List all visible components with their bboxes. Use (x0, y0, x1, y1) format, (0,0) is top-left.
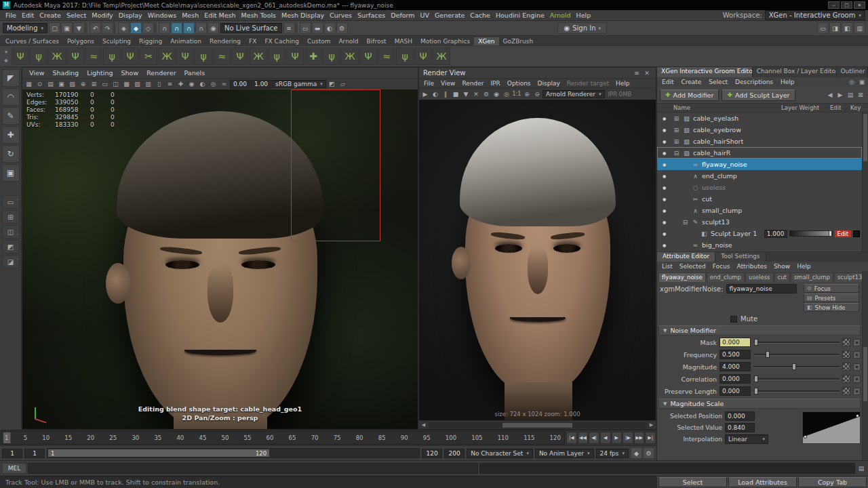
shelf-tab[interactable]: FX (245, 37, 260, 45)
list-view-icon[interactable]: ▤ (846, 90, 855, 100)
range-slider[interactable]: 1120 (47, 448, 420, 458)
pin-panel-icon[interactable]: ◎ (847, 77, 856, 87)
character-set-selector[interactable]: No Character Set ▾ (467, 449, 533, 458)
texture-map-button[interactable] (842, 375, 850, 383)
select-camera-icon[interactable]: ▦ (24, 79, 34, 89)
xgen-shelf-tool-icon[interactable]: ψ (103, 47, 121, 65)
hypershade-persp-layout-icon[interactable]: ◪ (2, 255, 20, 268)
select-by-component-icon[interactable]: ◇ (142, 22, 154, 34)
dock-panel-icon[interactable]: ▣ (857, 77, 867, 87)
visibility-toggle[interactable]: ● (660, 150, 669, 155)
tree-row[interactable]: ● ⊟ ✎ sculpt13 (657, 216, 862, 228)
redo-icon[interactable]: ↷ (102, 22, 113, 34)
visibility-toggle[interactable]: ● (660, 116, 669, 121)
occlusion-icon[interactable]: ◎ (208, 79, 218, 89)
node-tab[interactable]: flyaway_noise (658, 272, 706, 282)
tree-row[interactable]: ● ∧ end_clump (657, 170, 862, 182)
expander-icon[interactable]: ⊞ (673, 115, 680, 122)
interpolation-selector[interactable]: Linear ▾ (725, 434, 768, 444)
menu-item[interactable]: File (3, 11, 19, 20)
menu-item[interactable]: Edit Mesh (201, 11, 238, 20)
layer-weight-slider[interactable] (789, 230, 833, 237)
scrollbar-thumb[interactable] (502, 423, 572, 428)
magnitude-scale-ramp[interactable] (802, 411, 861, 444)
node-tab[interactable]: cut (774, 272, 790, 282)
camera-attributes-icon[interactable]: ▤ (45, 79, 56, 89)
command-result-field[interactable] (479, 463, 855, 474)
menu-item[interactable]: Modify (89, 11, 115, 20)
render-view-hscrollbar[interactable]: ◀ ▶ (419, 420, 656, 429)
lighting-icon[interactable]: ◉ (186, 79, 197, 89)
two-d-pan-zoom-icon[interactable]: ⊕ (78, 79, 88, 89)
arnold-render-region[interactable] (291, 89, 380, 241)
undo-icon[interactable]: ↶ (90, 22, 101, 34)
gamma-field[interactable]: 1.00 (251, 80, 271, 89)
visibility-toggle[interactable]: ● (660, 127, 669, 132)
remove-kept-image-icon[interactable]: ⊖ (532, 89, 542, 99)
xray-icon[interactable]: ▱ (338, 79, 348, 89)
snap-to-view-plane-icon[interactable]: ∩ (195, 22, 207, 34)
shelf-tab[interactable]: GoZBrush (499, 37, 538, 45)
single-pane-layout-icon[interactable]: ▭ (2, 195, 20, 209)
render-view-menu-item[interactable]: Help (612, 80, 633, 87)
attribute-editor-menu-item[interactable]: Selected (676, 263, 709, 270)
attribute-editor-menu-item[interactable]: Focus (709, 263, 734, 270)
status-icon[interactable] (155, 22, 158, 34)
tree-row[interactable]: ● ○ useless (657, 182, 862, 193)
save-scene-icon[interactable]: ▼ (73, 22, 85, 34)
save-image-icon[interactable]: ▼ (461, 89, 471, 99)
animation-end-field[interactable]: 200 (444, 449, 465, 458)
close-button[interactable]: ✕ (854, 1, 865, 9)
render-view-menu-item[interactable]: Render (458, 80, 487, 87)
delete-icon[interactable]: ⊠ (856, 90, 865, 100)
xgen-shelf-tool-icon[interactable]: ψ (268, 47, 285, 65)
film-gate-icon[interactable]: ▭ (100, 79, 110, 89)
render-view-menu-item[interactable]: View (437, 80, 458, 87)
menu-item[interactable]: Cache (467, 11, 493, 20)
layer-edit-button[interactable]: Edit (835, 230, 851, 237)
presets-button[interactable]: ▤Presets (804, 293, 859, 302)
texture-map-button[interactable] (842, 363, 850, 371)
node-tab[interactable]: sculpt13 (834, 272, 862, 282)
viewport-menu-item[interactable]: Renderer (142, 69, 180, 77)
slider-handle[interactable] (754, 388, 758, 394)
status-icon[interactable] (85, 22, 89, 34)
step-forward-frame-button[interactable]: |▶ (623, 432, 633, 444)
xgen-shelf-tool-icon[interactable]: Ψ (414, 47, 432, 65)
node-tab[interactable]: useless (745, 272, 774, 282)
ramp-point[interactable] (804, 435, 807, 439)
tree-row[interactable]: ● ≈ flyaway_noise (657, 159, 862, 170)
close-panel-icon[interactable]: ✕ (642, 68, 652, 78)
show-hide-button[interactable]: ◧Show Hide (804, 303, 859, 312)
paint-select-tool-icon[interactable]: ✎ (2, 107, 20, 125)
tree-row[interactable]: ● ⊞ ▧ cable_eyelash (657, 113, 862, 124)
keep-image-icon[interactable]: ⊕ (522, 89, 532, 99)
render-settings-icon[interactable]: ⚙ (336, 22, 348, 34)
make-live-icon[interactable]: ◉ (208, 22, 219, 34)
hud-toggle-icon[interactable]: ≡ (165, 79, 175, 89)
scale-tool-icon[interactable]: ▣ (2, 164, 20, 182)
viewport-3d-scene[interactable]: Verts:17019000 Edges:33905000 Faces:1689… (22, 89, 418, 429)
render-settings-icon[interactable]: ⚙ (481, 89, 491, 99)
visibility-toggle[interactable]: ● (660, 174, 669, 178)
anim-layer-selector[interactable]: No Anim Layer ▾ (535, 449, 594, 458)
ramp-point[interactable] (856, 414, 859, 418)
open-scene-icon[interactable]: ▣ (61, 22, 73, 34)
open-render-view-icon[interactable]: ▭ (300, 22, 311, 34)
attribute-editor-footer-button[interactable]: Load Attributes (728, 477, 797, 487)
play-forwards-button[interactable]: ▶ (612, 432, 623, 444)
viewport-menu-item[interactable]: Lighting (83, 69, 117, 77)
xgen-shelf-tool-icon[interactable]: ≈ (213, 47, 231, 65)
noise-modifier-section-header[interactable]: ▼ Noise Modifier (658, 325, 861, 336)
command-input[interactable] (28, 463, 478, 474)
render-view-menu-item[interactable]: IPR (487, 80, 503, 87)
image-plane-icon[interactable]: ▧ (67, 79, 77, 89)
workspace-selector[interactable]: XGen - Interactive Groom ▾ (765, 10, 865, 20)
panel-menu-icon[interactable]: ≡ (632, 68, 642, 78)
shelf-tab[interactable]: Sculpting (98, 37, 135, 45)
viewport-menu-item[interactable]: View (25, 69, 49, 77)
xgen-shelf-tool-icon[interactable]: Ψ (176, 47, 194, 65)
right-panel-tab[interactable]: XGen Interactive Groom Editor (657, 67, 753, 77)
groom-editor-menu-item[interactable]: Edit (658, 79, 677, 85)
step-back-key-button[interactable]: ◀◀ (578, 432, 589, 444)
